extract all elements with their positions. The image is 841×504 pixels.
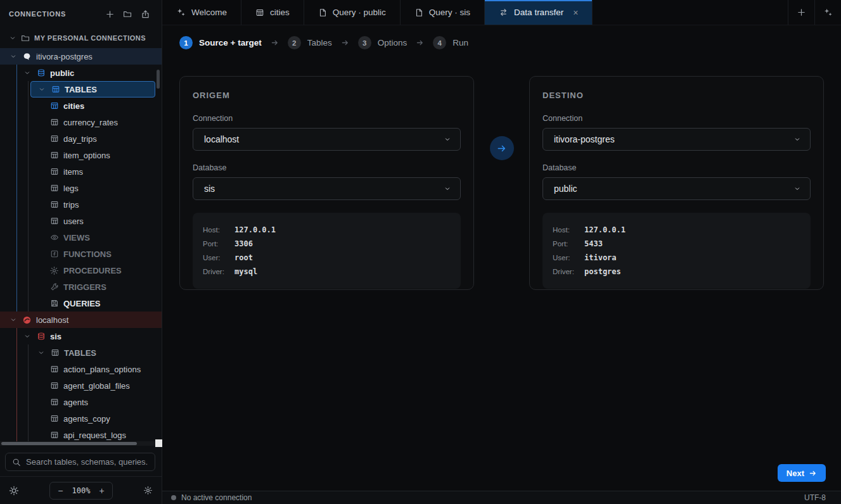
connections-group[interactable]: MY PERSONAL CONNECTIONS bbox=[0, 28, 162, 48]
tree-item[interactable]: action_plans_options bbox=[0, 361, 162, 377]
next-button[interactable]: Next bbox=[778, 464, 826, 482]
tab-welcome[interactable]: Welcome bbox=[162, 0, 241, 25]
tree-item[interactable]: legs bbox=[0, 180, 162, 196]
target-connection-select[interactable]: itivora-postgres bbox=[542, 128, 811, 151]
tree-item[interactable]: day_trips bbox=[0, 130, 162, 147]
source-database-value: sis bbox=[204, 184, 444, 194]
zoom-out-button[interactable]: − bbox=[56, 486, 64, 496]
tree-item[interactable]: TABLES bbox=[0, 344, 162, 361]
chevron-down-icon bbox=[9, 53, 18, 60]
target-connection-label: Connection bbox=[542, 114, 811, 123]
sparkles-icon bbox=[176, 8, 186, 17]
step-label: Options bbox=[378, 38, 408, 47]
tree-item-label: users bbox=[63, 217, 84, 226]
tab-bar: WelcomecitiesQuery · publicQuery · sisDa… bbox=[162, 0, 841, 25]
zoom-level: 100% bbox=[72, 486, 91, 495]
tree-item[interactable]: agents_copy bbox=[0, 410, 162, 427]
tree-item[interactable]: QUERIES bbox=[0, 295, 162, 312]
tree-item[interactable]: users bbox=[0, 213, 162, 229]
tree-item[interactable]: itivora-postgres bbox=[0, 48, 162, 65]
new-folder-button[interactable] bbox=[120, 6, 135, 22]
step-tables[interactable]: 2Tables bbox=[288, 36, 332, 49]
sidebar-bottom-bar: − 100% + bbox=[0, 476, 162, 504]
connections-tree: itivora-postgrespublicTABLEScitiescurren… bbox=[0, 48, 162, 443]
table-icon bbox=[49, 134, 59, 143]
tree-item[interactable]: agents bbox=[0, 394, 162, 410]
tab-query-sis[interactable]: Query · sis bbox=[401, 0, 485, 25]
postgres-icon bbox=[22, 52, 32, 61]
table-icon bbox=[49, 365, 59, 374]
detail-value: mysql bbox=[234, 267, 257, 276]
source-database-select[interactable]: sis bbox=[193, 177, 461, 200]
tree-item-label: day_trips bbox=[63, 134, 97, 144]
tree-item[interactable]: cities bbox=[0, 98, 162, 114]
detail-label: Port: bbox=[203, 240, 234, 248]
tab-label: cities bbox=[270, 8, 290, 17]
tree-item[interactable]: VIEWS bbox=[0, 229, 162, 246]
tree-item[interactable]: localhost bbox=[0, 312, 162, 328]
settings-button[interactable] bbox=[143, 486, 153, 495]
tree-item[interactable]: sis bbox=[0, 328, 162, 344]
add-connection-button[interactable] bbox=[102, 6, 117, 22]
tree-item[interactable]: currency_rates bbox=[0, 114, 162, 130]
tree-item[interactable]: items bbox=[0, 163, 162, 180]
source-card-title: ORIGEM bbox=[193, 91, 461, 100]
arrow-right-icon bbox=[496, 143, 507, 154]
detail-label: User: bbox=[553, 254, 584, 261]
sparkles-icon bbox=[823, 8, 833, 17]
tree-vertical-scrollbar[interactable] bbox=[157, 70, 160, 89]
eye-icon bbox=[49, 233, 59, 242]
tree-item[interactable]: agent_global_files bbox=[0, 377, 162, 394]
detail-row: Host:127.0.0.1 bbox=[203, 223, 451, 237]
folder-icon bbox=[123, 9, 132, 18]
tab-data-transfer[interactable]: Data transfer× bbox=[485, 0, 593, 25]
close-tab-icon[interactable]: × bbox=[573, 8, 578, 18]
database-icon bbox=[36, 68, 46, 77]
search-input[interactable] bbox=[26, 457, 148, 467]
tree-item-label: agents_copy bbox=[63, 414, 110, 424]
step-run[interactable]: 4Run bbox=[433, 36, 468, 49]
tree-item[interactable]: PROCEDURES bbox=[0, 262, 162, 279]
step-number: 1 bbox=[179, 36, 193, 49]
target-database-value: public bbox=[554, 184, 793, 194]
next-button-label: Next bbox=[786, 469, 804, 478]
source-connection-select[interactable]: localhost bbox=[193, 128, 461, 151]
transfer-icon bbox=[499, 8, 508, 17]
tree-horizontal-scrollbar[interactable] bbox=[0, 441, 156, 446]
tree-item[interactable]: trips bbox=[0, 196, 162, 213]
encoding-indicator: UTF-8 bbox=[804, 493, 826, 502]
folder-icon bbox=[21, 34, 30, 42]
tree-item[interactable]: TABLES bbox=[30, 81, 155, 98]
tab-query-public[interactable]: Query · public bbox=[304, 0, 401, 25]
theme-toggle-button[interactable] bbox=[9, 486, 19, 496]
tab-cities[interactable]: cities bbox=[241, 0, 304, 25]
tree-item-label: currency_rates bbox=[63, 118, 118, 127]
target-database-select[interactable]: public bbox=[542, 177, 811, 200]
step-source-target[interactable]: 1Source + target bbox=[179, 36, 262, 49]
table-icon bbox=[50, 348, 60, 357]
tree-item-label: VIEWS bbox=[63, 233, 90, 243]
tree-item[interactable]: FUNCTIONS bbox=[0, 246, 162, 262]
new-tab-button[interactable] bbox=[788, 0, 814, 25]
table-icon bbox=[51, 85, 60, 94]
step-options[interactable]: 3Options bbox=[358, 36, 408, 49]
tab-label: Data transfer bbox=[514, 8, 563, 17]
scrollbar-thumb[interactable] bbox=[1, 442, 137, 445]
file-icon bbox=[318, 8, 327, 17]
sidebar-resize-handle[interactable] bbox=[155, 439, 162, 447]
tree-item-label: legs bbox=[63, 184, 79, 193]
tree-item[interactable]: public bbox=[0, 65, 162, 81]
tree-item-label: PROCEDURES bbox=[63, 266, 122, 275]
tree-item-label: trips bbox=[63, 200, 79, 210]
export-connections-button[interactable] bbox=[138, 6, 153, 22]
detail-value: root bbox=[234, 253, 253, 262]
detail-label: Driver: bbox=[203, 268, 234, 275]
source-connection-label: Connection bbox=[193, 114, 461, 123]
tree-item[interactable]: item_options bbox=[0, 147, 162, 163]
transfer-direction-button[interactable] bbox=[490, 136, 514, 160]
ai-assistant-button[interactable] bbox=[814, 0, 841, 25]
tree-item[interactable]: TRIGGERS bbox=[0, 279, 162, 295]
zoom-in-button[interactable]: + bbox=[98, 486, 105, 496]
step-arrow-icon bbox=[271, 39, 279, 47]
data-transfer-content: ORIGEM Connection localhost Database sis… bbox=[162, 60, 841, 491]
